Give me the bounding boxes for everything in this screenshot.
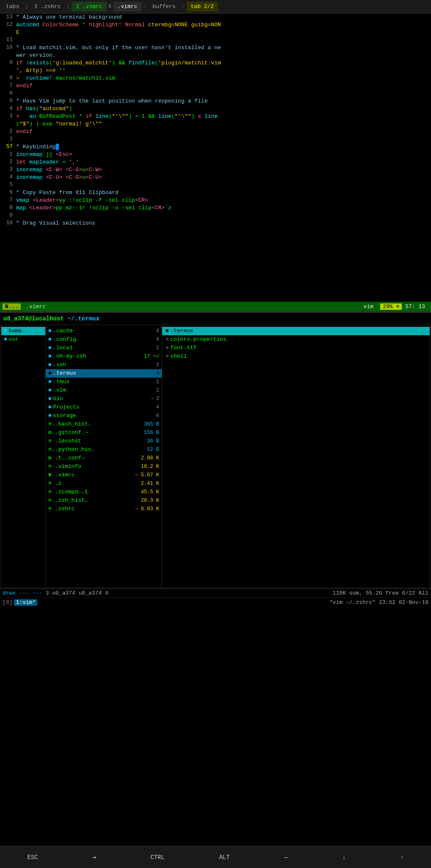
editor-line-10: 10 " Load matchit.vim, but only if the u… <box>0 44 431 52</box>
dir-icon: ■ <box>48 387 51 394</box>
cmdline-message: "vim ~/.zshrc" 23:52 02-Nov-19 <box>39 599 428 606</box>
vim-position: 57: 13 <box>402 303 428 310</box>
vim-editor: 13 " Always use terminal background 12 a… <box>0 14 431 302</box>
fm-mid-panel: ■ .cache 4 ■ .config 4 ■ .local 2 ■ .oh-… <box>46 325 162 588</box>
key-down[interactable]: ↓ <box>335 851 352 864</box>
editor-line-3b: ("$") | exe "normal! g'\"" <box>0 120 431 128</box>
tab-zshrc[interactable]: 1 .zshrc <box>30 2 65 11</box>
tab-vimrc-1[interactable]: 1 .vimrc <box>72 2 106 11</box>
key-esc[interactable]: ESC <box>20 851 44 864</box>
vim-mode: N... <box>3 303 21 310</box>
fm-mid-zshrc[interactable]: ≡ .zshrc → 6.83 K <box>46 505 162 513</box>
fm-right-colors[interactable]: ≡ colors.properties <box>162 335 430 344</box>
editor-line-11: 11 <box>0 36 431 44</box>
dir-icon: ■ <box>48 378 51 386</box>
tab-vimrc-active[interactable]: .vimrc <box>113 2 142 11</box>
tab-number[interactable]: tab 2/2 <box>187 2 218 11</box>
editor-line-k7: 7 vmap <Leader>yy :!xclip -f -sel clip<C… <box>0 197 431 204</box>
bottom-status: drwx --- --- 3 u0_a374 u0_a374 4 110K su… <box>0 588 431 598</box>
fm-mid-zsh-hist[interactable]: ≡….zsh_hist… 28.3 K <box>46 496 162 505</box>
dir-icon: ■ <box>166 327 169 335</box>
vim-statusbar: N... .vimrc vim 29% ≡ 57: 13 <box>0 302 431 311</box>
fm-left-panel: ■ home ■ usr <box>1 325 46 588</box>
editor-line-12: 12 autocmd ColorScheme * highlight! Norm… <box>0 21 431 29</box>
fm-mid-config[interactable]: ■ .config 4 <box>46 335 162 344</box>
fm-mid-bin[interactable]: ■ bin → 2 <box>46 395 162 403</box>
editor-line-1: 1 <box>0 136 431 143</box>
fm-left-usr[interactable]: ■ usr <box>1 335 45 344</box>
dir-icon: ■ <box>48 336 51 343</box>
vim-percent: 29% ≡ <box>380 303 402 310</box>
dir-icon: ■ <box>4 327 7 335</box>
vim-cmdline: [0] 1:vim* "vim ~/.zshrc" 23:52 02-Nov-1… <box>0 598 431 607</box>
editor-line-13: 13 " Always use terminal background <box>0 14 431 21</box>
dir-icon: ■ <box>48 361 51 369</box>
file-manager: ■ home ■ usr ■ .cache 4 ■ .config 4 ■ .l <box>1 325 430 588</box>
tab-tabs[interactable]: tabs <box>2 2 23 11</box>
editor-line-k5: 5 <box>0 181 431 189</box>
fm-mid-storage[interactable]: ■ storage 6 <box>46 412 162 420</box>
fm-mid-local[interactable]: ■ .local 2 <box>46 344 162 352</box>
tab-buffers[interactable]: buffers <box>148 2 180 11</box>
editor-line-2: 2 endif <box>0 128 431 136</box>
fm-mid-projects[interactable]: ■ Projects 4 <box>46 403 162 412</box>
fm-mid-vim[interactable]: ■ .vim 1 <box>46 386 162 395</box>
editor-line-57: 57 " Keybinding <box>0 143 431 151</box>
fm-right-shell[interactable]: ≡ shell <box>162 352 430 361</box>
fm-content: ■ home ■ usr ■ .cache 4 ■ .config 4 ■ .l <box>1 325 430 588</box>
fm-mid-bash-hist[interactable]: ≡….bash_hist… 305 B <box>46 420 162 428</box>
fm-mid-ssh[interactable]: ■ .ssh 2 <box>46 361 162 369</box>
fm-mid-viminfo[interactable]: ≡ .viminfo 18.2 K <box>46 462 162 471</box>
fm-mid-termux[interactable]: ■ .termux 4 <box>46 369 162 378</box>
fm-mid-tmux[interactable]: ■ .tmux 1 <box>46 378 162 386</box>
fm-right-termux[interactable]: ■ .termux <box>162 327 430 335</box>
file-icon: ≡ <box>166 336 169 343</box>
fm-mid-lesshst[interactable]: ≡ .lesshst 36 B <box>46 437 162 445</box>
fm-mid-vimrc[interactable]: ✘ .vimrc → 5.87 K <box>46 471 162 479</box>
fm-mid-gitconf[interactable]: ✿….gitconf…→ 156 B <box>46 428 162 437</box>
file-permissions: drwx --- --- <box>3 590 42 596</box>
editor-line-4: 4 if has("autocmd") <box>0 105 431 113</box>
dir-icon: ■ <box>4 336 7 343</box>
dir-icon: ■ <box>48 327 51 335</box>
fm-mid-python-hist[interactable]: ≡….python_his… 52 B <box>46 445 162 454</box>
key-up[interactable]: ↑ <box>393 851 410 864</box>
disk-info: 110K sum, 55.2G free 6/22 All <box>108 590 428 596</box>
fm-mid-ohmyzsh[interactable]: ■ .oh-my-zsh 17 =√ <box>46 352 162 361</box>
dir-icon: ■ <box>48 412 51 420</box>
file-icon: ≡ <box>166 353 169 360</box>
fm-mid-zcompd[interactable]: ≡ .zcompd….1 45.5 K <box>46 488 162 496</box>
fm-left-home[interactable]: ■ home <box>1 327 45 335</box>
editor-line-6: 6 <box>0 90 431 97</box>
editor-line-k1: 1 inoremap jj <Esc> <box>0 151 431 159</box>
fm-right-font[interactable]: ≡ font.ttf <box>162 344 430 352</box>
editor-line-9b: ', &rtp) ==# '' <box>0 67 431 75</box>
editor-line-k9: 9 <box>0 212 431 220</box>
editor-line-k2: 2 let mapleader = ',' <box>0 159 431 166</box>
dir-icon: ■ <box>48 370 51 377</box>
tab-close[interactable]: X <box>107 3 113 10</box>
key-alt[interactable]: ALT <box>212 851 236 864</box>
editor-line-12b: E <box>0 29 431 36</box>
editor-line-7: 7 endif <box>0 82 431 90</box>
fm-mid-t-conf[interactable]: ✿ .t….conf→ 2.08 K <box>46 454 162 462</box>
cmdline-buffer: 1:vim* <box>14 599 37 606</box>
file-icon: ≡ <box>166 344 169 352</box>
file-info-nums: 3 u0_a374 u0_a374 4 <box>42 590 108 596</box>
dir-icon: ■ <box>48 403 51 411</box>
editor-line-k10: 10 " Drag Visual selections <box>0 220 431 227</box>
vim-filename: .vimrc <box>24 303 359 310</box>
keyboard-bar: ESC ⇥ CTRL ALT — ↓ ↑ <box>0 846 431 868</box>
fm-mid-z[interactable]: ≡ .z 2.41 K <box>46 479 162 488</box>
key-ctrl[interactable]: CTRL <box>144 851 171 864</box>
editor-line-k4: 4 inoremap <C-U> <C-G>u<C-U> <box>0 174 431 181</box>
editor-line-k8: 8 map <Leader>pp mz:-1r !xclip -o -sel c… <box>0 204 431 212</box>
editor-line-3: 3 > au BufReadPost * if line("'\"") > 1 … <box>0 113 431 120</box>
fm-mid-cache[interactable]: ■ .cache 4 <box>46 327 162 335</box>
editor-line-10b: wer version. <box>0 52 431 59</box>
dir-icon: ■ <box>48 395 51 403</box>
key-tab[interactable]: ⇥ <box>86 850 102 864</box>
editor-line-k3: 3 inoremap <C-W> <C-G>u<C-W> <box>0 166 431 174</box>
prompt-username: u0_a374@localhost <box>3 315 64 322</box>
key-dash[interactable]: — <box>277 851 294 864</box>
